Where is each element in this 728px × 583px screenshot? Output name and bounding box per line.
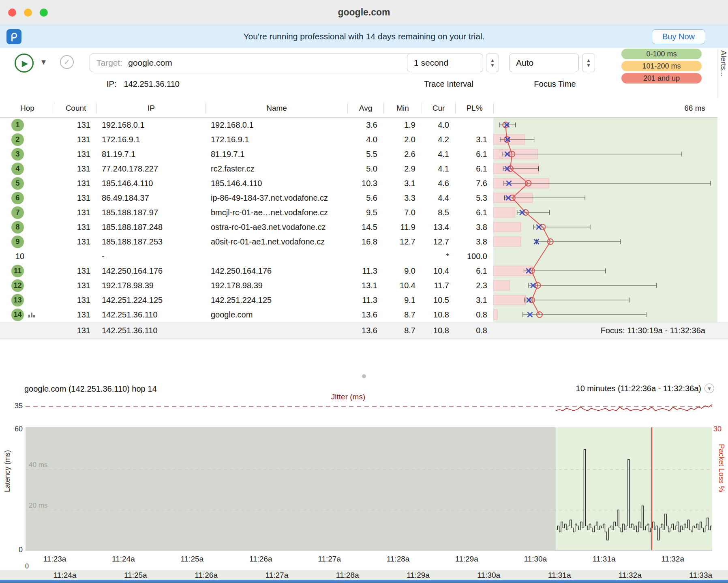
cell-pl: 3.8 <box>455 223 493 232</box>
timeline-range-selector[interactable]: 10 minutes (11:22:36a - 11:32:36a) ▼ <box>576 384 714 393</box>
focus-time-value: Auto <box>516 58 533 68</box>
hop-number-badge: 11 <box>11 265 24 277</box>
summary-min: 8.7 <box>383 326 422 335</box>
hop-number-badge: 4 <box>11 163 24 175</box>
latency-timeline-graph[interactable]: 40 ms20 ms <box>26 422 712 552</box>
latency-legend: 0-100 ms 101-200 ms 201 and up <box>621 49 702 85</box>
cell-pl: 6.1 <box>455 266 493 276</box>
hop-number-badge: 2 <box>11 133 24 146</box>
table-row[interactable]: 10-*100.0 <box>0 249 717 264</box>
buy-now-button[interactable]: Buy Now <box>652 29 705 44</box>
time-tick-label: 11:32a <box>619 571 642 580</box>
cell-pl: 2.3 <box>455 281 493 290</box>
cell-cur: 4.0 <box>422 120 455 130</box>
history-graph-icon <box>28 311 36 318</box>
timeline-range-label: 10 minutes (11:22:36a - 11:32:36a) <box>576 384 701 393</box>
window-title: google.com <box>338 7 390 18</box>
cell-name: bmcjl-rc-01-ae…net.vodafone.cz <box>206 208 347 217</box>
hop-number-badge: 8 <box>11 221 24 234</box>
cell-cur: 10.4 <box>422 266 455 276</box>
latency-max-label: 60 <box>11 425 23 433</box>
history-viewport-band[interactable] <box>0 580 728 583</box>
cell-min: 9.1 <box>383 296 422 305</box>
cell-pl: 5.3 <box>455 193 493 203</box>
cell-avg: 10.3 <box>347 179 383 188</box>
ip-readout: IP: 142.251.36.110 <box>107 79 180 89</box>
jitter-graph[interactable] <box>26 395 712 420</box>
cell-cur: 4.1 <box>422 150 455 159</box>
splitter-handle-icon <box>362 374 366 378</box>
alerts-pane-handle[interactable]: Alerts... <box>717 49 728 98</box>
cell-min: 11.9 <box>383 223 422 232</box>
cell-avg: 4.0 <box>347 135 383 144</box>
time-tick-label: 11:31a <box>548 571 571 580</box>
cell-pl: 3.1 <box>455 135 493 144</box>
hop-number-badge: 5 <box>11 177 24 190</box>
cell-avg: 16.8 <box>347 237 383 246</box>
header-cur: Cur <box>422 103 455 114</box>
minimize-window-button[interactable] <box>24 9 32 17</box>
cell-pl: 6.1 <box>455 150 493 159</box>
summary-row[interactable]: 131 142.251.36.110 13.6 8.7 10.8 0.8 Foc… <box>0 322 728 339</box>
cell-name: rc2.faster.cz <box>206 164 347 174</box>
legend-yellow: 101-200 ms <box>621 61 702 71</box>
table-row[interactable]: 7131185.188.187.97bmcjl-rc-01-ae…net.vod… <box>0 205 717 220</box>
start-trace-button[interactable]: ▶ <box>15 54 34 73</box>
cell-ip: 142.251.224.125 <box>96 296 206 305</box>
table-row[interactable]: 5131185.146.4.110185.146.4.11010.33.14.6… <box>0 176 717 191</box>
time-tick-label: 11:33a <box>689 571 712 580</box>
zoom-window-button[interactable] <box>40 9 48 17</box>
latency-axis-title: Latency (ms) <box>3 450 12 492</box>
ip-label: IP: <box>107 79 116 89</box>
close-window-button[interactable] <box>8 9 16 17</box>
cell-avg: 5.0 <box>347 164 383 174</box>
time-tick-label: 11:31a <box>593 555 616 564</box>
cell-name: ip-86-49-184-37.net.vodafone.cz <box>206 193 347 203</box>
table-row[interactable]: 2131172.16.9.1172.16.9.14.02.04.23.1 <box>0 132 717 147</box>
header-count: Count <box>55 103 96 114</box>
cell-avg: 5.6 <box>347 193 383 203</box>
table-row[interactable]: 9131185.188.187.253a0sit-rc-01-ae1.net.v… <box>0 234 717 249</box>
pane-splitter[interactable] <box>0 373 728 379</box>
table-row[interactable]: 13131142.251.224.125142.251.224.12511.39… <box>0 293 717 307</box>
stepper-down-icon: ▼ <box>490 63 495 68</box>
cell-name: 185.146.4.110 <box>206 179 347 188</box>
trace-interval-input[interactable]: 1 second <box>407 54 483 72</box>
hop-number-badge: 9 <box>11 236 24 248</box>
cell-name: google.com <box>206 310 347 319</box>
table-row[interactable]: 14131142.251.36.110google.com13.68.710.8… <box>0 307 717 322</box>
app-logo-icon <box>6 29 21 44</box>
table-row[interactable]: 313181.19.7.181.19.7.15.52.64.16.1 <box>0 147 717 161</box>
table-row[interactable]: 413177.240.178.227rc2.faster.cz5.02.94.1… <box>0 161 717 176</box>
trace-interval-stepper[interactable]: ▲▼ <box>486 54 499 72</box>
trace-options-chevron-icon[interactable]: ▾ <box>41 57 46 67</box>
hop-rows: 1131192.168.0.1192.168.0.13.61.94.021311… <box>0 118 717 322</box>
packet-loss-axis-title: Packet Loss % <box>717 444 726 492</box>
time-tick-label: 11:28a <box>387 555 410 564</box>
cell-pl: 7.6 <box>455 179 493 188</box>
cell-count: 131 <box>55 237 96 246</box>
cell-min: 10.4 <box>383 281 422 290</box>
hop-number-badge: 14 <box>11 309 24 321</box>
cell-avg: 14.5 <box>347 223 383 232</box>
table-row[interactable]: 12131192.178.98.39192.178.98.3913.110.41… <box>0 278 717 293</box>
header-ip: IP <box>96 103 206 114</box>
table-row[interactable]: 1131192.168.0.1192.168.0.13.61.94.0 <box>0 118 717 132</box>
jitter-max-label: 35 <box>11 402 23 410</box>
history-axis-zero-label: 0 <box>25 563 29 570</box>
cell-name: ostra-rc-01-ae3.net.vodafone.cz <box>206 223 347 232</box>
table-row[interactable]: 8131185.188.187.248ostra-rc-01-ae3.net.v… <box>0 220 717 234</box>
cell-ip: 192.178.98.39 <box>96 281 206 290</box>
focus-time-input[interactable]: Auto <box>509 54 579 72</box>
table-row[interactable]: 11131142.250.164.176142.250.164.17611.39… <box>0 264 717 278</box>
target-input[interactable]: Target: google.com ▼ <box>90 54 450 72</box>
hop-number-badge: 6 <box>11 192 24 204</box>
table-row[interactable]: 613186.49.184.37ip-86-49-184-37.net.voda… <box>0 191 717 205</box>
focus-time-stepper[interactable]: ▲▼ <box>582 54 595 72</box>
cell-pl: 3.8 <box>455 237 493 246</box>
summary-avg: 13.6 <box>347 326 383 335</box>
cell-ip: 185.188.187.253 <box>96 237 206 246</box>
cell-name: 192.168.0.1 <box>206 120 347 130</box>
graph-scale-label: 66 ms <box>493 103 717 114</box>
timeline-range-chevron-icon[interactable]: ▼ <box>704 384 714 393</box>
